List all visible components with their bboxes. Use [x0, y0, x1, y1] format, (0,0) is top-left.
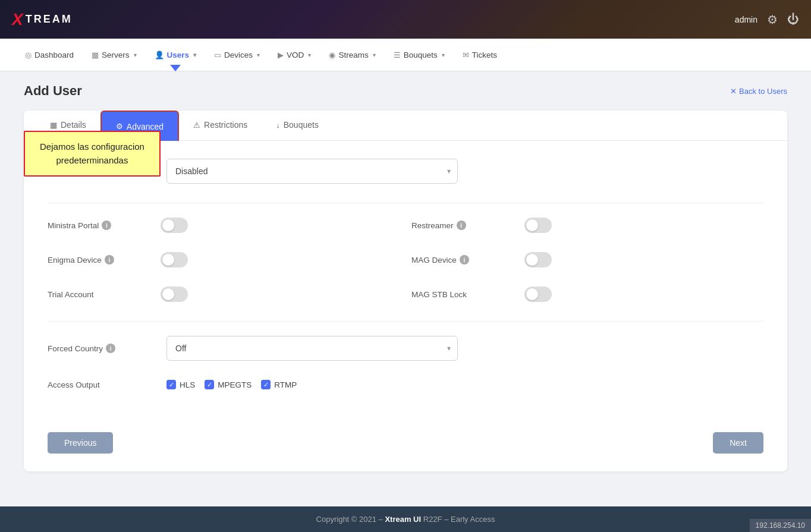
tab-details-label: Details: [61, 120, 86, 130]
logo-text: TREAM: [26, 13, 73, 26]
mpegts-checkbox[interactable]: ✓: [205, 380, 214, 389]
nav-item-servers[interactable]: ▦ Servers ▾: [84, 47, 144, 63]
devices-arrow: ▾: [257, 52, 260, 58]
nav-item-users[interactable]: 👤 Users ▾: [147, 47, 204, 63]
nav-label-devices: Devices: [224, 51, 253, 59]
nav-label-bouquets: Bouquets: [404, 51, 438, 59]
trial-account-label: Trial Account: [48, 290, 155, 299]
forced-country-info-icon[interactable]: i: [106, 344, 115, 353]
logo: X TREAM: [12, 10, 73, 29]
back-to-users-link[interactable]: ✕ Back to Users: [730, 87, 787, 96]
streams-icon: ◉: [329, 51, 335, 59]
mag-stb-lock-field: MAG STB Lock: [411, 287, 763, 302]
details-tab-icon: ▦: [50, 121, 57, 130]
bouquets-tab-icon: ↓: [276, 121, 280, 130]
mag-device-label: MAG Device i: [411, 255, 518, 265]
nav-label-servers: Servers: [102, 51, 130, 59]
ministra-portal-label: Ministra Portal i: [48, 221, 155, 230]
mag-stb-lock-toggle[interactable]: [524, 287, 552, 302]
rtmp-checkbox[interactable]: ✓: [261, 380, 271, 389]
nav-item-streams[interactable]: ◉ Streams ▾: [322, 47, 382, 63]
mag-stb-lock-label: MAG STB Lock: [411, 290, 518, 299]
form-area: Forrced Connection i Disabled Enabled ▾ …: [24, 141, 787, 426]
tab-advanced-label: Advanced: [127, 122, 164, 131]
page-title: Add User: [24, 83, 82, 99]
restrictions-tab-icon: ⚠: [193, 121, 200, 130]
tab-bouquets-label: Bouquets: [284, 120, 319, 130]
restreamer-label: Restreamer i: [411, 221, 518, 230]
rtmp-checkbox-item: ✓ RTMP: [261, 380, 297, 389]
footer-brand: Xtream UI: [385, 515, 421, 524]
forced-country-label: Forced Country i: [48, 344, 155, 353]
settings-icon[interactable]: ⚙: [767, 12, 778, 27]
nav-item-dashboard[interactable]: ◎ Dashboard: [18, 47, 81, 63]
restreamer-info-icon[interactable]: i: [457, 221, 466, 230]
ministra-portal-info-icon[interactable]: i: [102, 221, 111, 230]
devices-icon: ▭: [214, 51, 221, 59]
enigma-device-info-icon[interactable]: i: [105, 255, 114, 265]
enigma-mag-row: Enigma Device i MAG Device i: [48, 252, 763, 267]
forced-connection-select-wrap: Disabled Enabled ▾: [166, 159, 458, 184]
nav-item-tickets[interactable]: ✉ Tickets: [455, 47, 504, 63]
access-output-label: Access Output: [48, 380, 155, 389]
ministra-portal-toggle[interactable]: [161, 218, 188, 233]
nav-item-bouquets[interactable]: ☰ Bouquets ▾: [386, 47, 452, 63]
footer: Copyright © 2021 – Xtream UI R22F – Earl…: [0, 506, 811, 532]
vod-icon: ▶: [278, 51, 284, 59]
forced-country-row: Forced Country i Off On ▾: [48, 336, 763, 361]
hls-checkbox-item: ✓ HLS: [166, 380, 195, 389]
enigma-device-field: Enigma Device i: [48, 252, 400, 267]
nav-label-streams: Streams: [338, 51, 368, 59]
restreamer-toggle[interactable]: [524, 218, 552, 233]
nav-item-devices[interactable]: ▭ Devices ▾: [207, 47, 267, 63]
power-icon[interactable]: ⏻: [787, 12, 799, 26]
tab-bouquets[interactable]: ↓ Bouquets: [262, 111, 333, 140]
nav-label-dashboard: Dashboard: [34, 51, 74, 59]
mag-device-info-icon[interactable]: i: [460, 255, 469, 265]
users-icon: 👤: [155, 51, 164, 59]
hls-label: HLS: [180, 380, 195, 389]
tab-restrictions[interactable]: ⚠ Restrictions: [179, 111, 262, 140]
ministra-portal-field: Ministra Portal i: [48, 218, 400, 233]
annotation-text: Dejamos las configuracion predeterminand…: [40, 141, 144, 165]
logo-x-letter: X: [12, 10, 23, 29]
tickets-icon: ✉: [463, 51, 469, 59]
hls-checkbox[interactable]: ✓: [166, 380, 176, 389]
form-buttons: Previous Next: [24, 426, 787, 454]
back-link-label: Back to Users: [739, 87, 787, 96]
previous-button[interactable]: Previous: [48, 432, 113, 454]
annotation-box: Dejamos las configuracion predeterminand…: [24, 131, 161, 177]
next-button[interactable]: Next: [713, 432, 763, 454]
mag-device-field: MAG Device i: [411, 252, 763, 267]
mag-device-toggle[interactable]: [524, 252, 552, 267]
admin-username: admin: [735, 15, 757, 24]
servers-arrow: ▾: [134, 52, 137, 58]
advanced-tab-icon: ⚙: [116, 122, 123, 131]
nav-label-vod: VOD: [287, 51, 304, 59]
enigma-device-label: Enigma Device i: [48, 255, 155, 265]
nav-item-vod[interactable]: ▶ VOD ▾: [271, 47, 318, 63]
nav-label-users: Users: [167, 51, 190, 59]
rtmp-label: RTMP: [274, 380, 297, 389]
topbar-right: admin ⚙ ⏻: [735, 12, 799, 27]
page-header: Add User ✕ Back to Users: [24, 83, 787, 99]
mpegts-label: MPEGTS: [218, 380, 252, 389]
ministra-restreamer-row: Ministra Portal i Restreamer i: [48, 218, 763, 233]
bouquets-icon: ☰: [394, 51, 401, 59]
enigma-device-toggle[interactable]: [161, 252, 188, 267]
tab-restrictions-label: Restrictions: [204, 120, 247, 130]
trial-account-field: Trial Account: [48, 287, 400, 302]
trial-mag-lock-row: Trial Account MAG STB Lock: [48, 287, 763, 302]
trial-account-toggle[interactable]: [161, 287, 188, 302]
access-output-row: Access Output ✓ HLS ✓ MPEGTS ✓ RTMP: [48, 380, 763, 389]
forced-connection-select[interactable]: Disabled Enabled: [166, 159, 458, 184]
footer-ip: 192.168.254.10: [750, 519, 811, 532]
topbar: X TREAM admin ⚙ ⏻: [0, 0, 811, 39]
nav-label-tickets: Tickets: [472, 51, 497, 59]
restreamer-field: Restreamer i: [411, 218, 763, 233]
users-arrow: ▾: [193, 52, 196, 58]
bouquets-arrow: ▾: [442, 52, 445, 58]
forced-country-select[interactable]: Off On: [166, 336, 458, 361]
back-link-icon: ✕: [730, 87, 737, 96]
page-content: Add User ✕ Back to Users Dejamos las con…: [0, 71, 811, 483]
